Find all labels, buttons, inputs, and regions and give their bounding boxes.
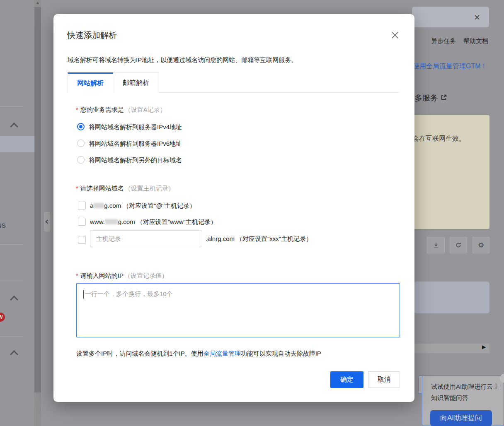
label-hint: （设置主机记录）: [125, 185, 174, 192]
chevron-left-icon: [45, 220, 49, 224]
tab-label: 邮箱解析: [123, 79, 149, 86]
label-hint: （设置记录值）: [124, 272, 168, 279]
domain-suffix: .alnrg.com: [206, 235, 235, 242]
confirm-button[interactable]: 确定: [330, 371, 363, 388]
sidebar-divider: [0, 106, 24, 107]
ip-textarea[interactable]: [76, 283, 400, 337]
background-card: [414, 282, 489, 313]
redacted-text: [105, 219, 118, 224]
tab-label: 网站解析: [77, 79, 104, 87]
scrollbar-thumb[interactable]: [34, 7, 41, 392]
sidebar-item-label: NS: [0, 222, 6, 229]
refresh-icon: [455, 242, 462, 248]
download-icon: [433, 242, 439, 248]
host-record-input[interactable]: [90, 230, 202, 247]
gear-icon: ⚙: [478, 241, 484, 250]
chevron-up-icon[interactable]: [10, 350, 18, 359]
radio-ipv6[interactable]: [77, 140, 85, 147]
notification-badge: W: [0, 313, 5, 322]
root-domain-row: ag.com（对应设置"@"主机记录）: [90, 202, 196, 210]
dialog-title: 快速添加解析: [67, 30, 117, 41]
select-domain-label: *请选择网站域名（设置主机记录）: [76, 185, 174, 193]
domain-prefix: www.: [90, 218, 105, 225]
tab-website-resolution[interactable]: 网站解析: [68, 72, 113, 93]
business-requirement-label: *您的业务需求是（设置A记录）: [76, 106, 166, 114]
redacted-text: [93, 203, 104, 208]
label-hint: （设置A记录）: [125, 106, 166, 113]
domain-suffix: g.com: [118, 218, 135, 225]
required-mark: *: [76, 185, 78, 192]
download-button[interactable]: [427, 237, 445, 253]
ai-assistant-text: 试试使用AI助理进行云上知识智能问答: [431, 381, 502, 403]
text-cursor: [83, 290, 84, 298]
ask-ai-button[interactable]: 向AI助理提问: [430, 410, 492, 426]
required-mark: *: [76, 272, 78, 279]
sidebar-divider: [0, 281, 24, 281]
collapse-panel-handle[interactable]: [44, 212, 50, 231]
chevron-up-icon[interactable]: [10, 123, 18, 131]
radio-cname[interactable]: [77, 156, 85, 164]
dialog-close-icon[interactable]: [391, 31, 399, 39]
notice-panel: [411, 115, 489, 229]
banner-close-icon[interactable]: ×: [474, 12, 480, 23]
checkbox-www-domain[interactable]: [78, 218, 86, 226]
host-record-note: （对应设置"xxx"主机记录）: [236, 235, 312, 242]
dialog-description: 域名解析可将域名转换为IP地址，以便通过域名访问您的网站、邮箱等互联网服务。: [68, 56, 297, 64]
expand-arrow-icon[interactable]: ▶: [482, 344, 486, 350]
checkbox-root-domain[interactable]: [78, 202, 86, 209]
help-docs-link[interactable]: 帮助文档: [463, 37, 488, 45]
sidebar-item-selected[interactable]: [0, 136, 34, 152]
ip-footnote: 设置多个IP时，访问域名会随机到1个IP。使用全局流量管理功能可以实现自动去除故…: [76, 350, 321, 358]
custom-host-row: .alnrg.com（对应设置"xxx"主机记录）: [206, 235, 312, 243]
ip-input-label: *请输入网站的IP（设置记录值）: [76, 272, 168, 280]
radio-ipv4-label[interactable]: 将网站域名解析到服务器IPv4地址: [89, 123, 182, 131]
gtm-banner-link[interactable]: 使用全局流量管理GTM！: [413, 62, 487, 71]
scroll-up-arrow-icon[interactable]: ▲: [34, 0, 41, 5]
cancel-button[interactable]: 取消: [368, 371, 400, 388]
more-services-label[interactable]: 多服务: [414, 93, 438, 103]
required-mark: *: [76, 106, 78, 113]
domain-prefix: a: [90, 202, 93, 209]
host-record-note: （对应设置"@"主机记录）: [123, 202, 196, 209]
domain-suffix: g.com: [104, 202, 121, 209]
chevron-up-icon[interactable]: [10, 296, 18, 304]
settings-button[interactable]: ⚙: [472, 237, 489, 253]
www-domain-row: www.g.com（对应设置"www"主机记录）: [90, 218, 217, 226]
radio-ipv6-label[interactable]: 将网站域名解析到服务器IPv6地址: [89, 140, 182, 148]
sidebar-divider: [0, 244, 24, 245]
collapsed-section-bar[interactable]: [410, 344, 489, 353]
gtm-inline-link[interactable]: 全局流量管理: [204, 350, 241, 357]
checkbox-custom-host[interactable]: [78, 236, 86, 244]
refresh-button[interactable]: [450, 237, 467, 253]
sidebar-divider: [0, 336, 24, 337]
tab-mailbox-resolution[interactable]: 邮箱解析: [113, 72, 159, 93]
host-record-note: （对应设置"www"主机记录）: [137, 218, 217, 225]
external-link-icon[interactable]: [440, 94, 447, 101]
radio-cname-label[interactable]: 将网站域名解析到另外的目标域名: [89, 156, 182, 164]
radio-ipv4[interactable]: [77, 123, 85, 130]
notice-text: 会在互联网生效。: [412, 135, 465, 143]
page: NS W ▲ × 异步任务 帮助文档 使用全局流量管理GTM！ 多服务 会在互联…: [0, 0, 504, 426]
async-tasks-link[interactable]: 异步任务: [431, 37, 456, 45]
